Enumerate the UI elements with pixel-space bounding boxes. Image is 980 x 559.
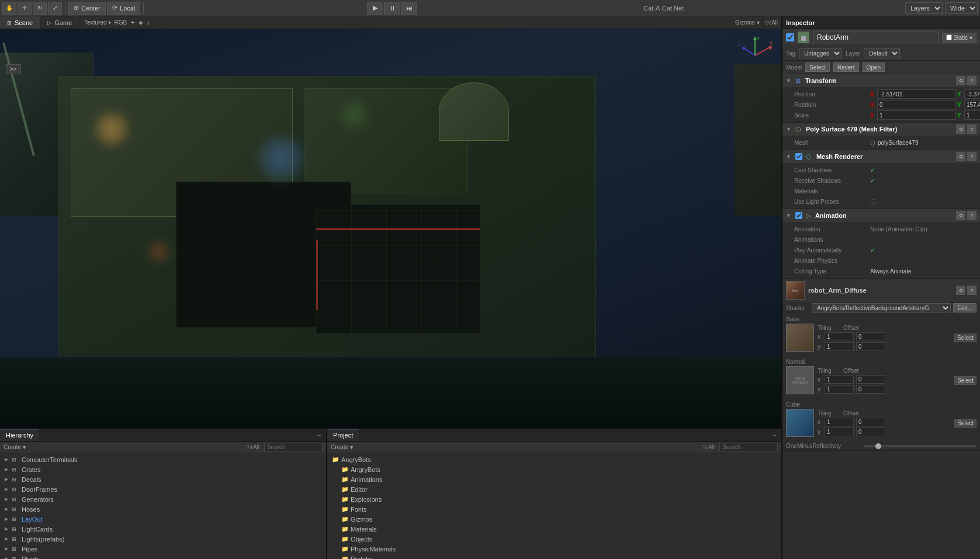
project-item-angrybots[interactable]: 📁AngryBots [327,464,781,474]
game-tab[interactable]: ▷ Game [40,16,79,29]
step-btn[interactable]: ⏭ [401,2,417,15]
space-btn[interactable]: ⟳ Local [107,2,140,15]
hierarchy-item-computerterminals[interactable]: ▶⊞ComputerTerminals [0,454,326,464]
scale-x-input[interactable] [877,110,956,120]
tag-dropdown[interactable]: Untagged [799,48,842,58]
meshrenderer-settings-btn[interactable]: ⚙ [956,152,965,161]
normal-tiling-x[interactable] [825,375,854,384]
cube-select-btn[interactable]: Select [954,419,976,428]
material-help-btn[interactable]: ? [967,286,976,295]
layout-dropdown[interactable]: Wide [945,2,978,14]
shader-dropdown[interactable]: AngryBots/ReflectiveBackgroundArbitraryG [812,303,951,313]
scene-tab[interactable]: ⊞ Scene [0,16,40,29]
object-enabled-check[interactable] [786,33,794,41]
material-settings-btn[interactable]: ⚙ [956,286,965,295]
transform-header[interactable]: ▼ ⊞ Transform ⚙ ? [782,74,980,87]
model-revert-btn[interactable]: Revert [833,63,858,72]
gizmos-btn[interactable]: Gizmos ▾ [735,19,760,26]
scale-y-input[interactable] [964,110,980,120]
project-item-objects[interactable]: 📁Objects [327,534,781,544]
project-search[interactable] [719,443,778,452]
meshfilter-help-btn[interactable]: ? [967,124,976,134]
hierarchy-item-plants[interactable]: ▶⊞Plants [0,554,326,559]
base-tiling-y[interactable] [825,342,854,351]
cube-offset-y[interactable] [856,428,885,436]
base-offset-y[interactable] [856,342,885,351]
project-item-explosions[interactable]: 📁Explosions [327,494,781,504]
audio-icon[interactable]: ♪ [147,19,150,26]
hierarchy-item-generators[interactable]: ▶⊞Generators [0,494,326,504]
project-item-angrybots[interactable]: 📁AngryBots [327,454,781,464]
project-close-btn[interactable]: − [770,430,779,440]
orall-btn[interactable]: ☉rAll [764,19,778,26]
move-tool-btn[interactable]: ✛ [18,2,32,15]
rgb-btn[interactable]: RGB [115,19,127,26]
pause-btn[interactable]: ⏸ [384,2,400,15]
layer-dropdown[interactable]: Default [864,48,900,58]
project-item-animations[interactable]: 📁Animations [327,474,781,484]
transform-help-btn[interactable]: ? [967,76,976,85]
normal-select-btn[interactable]: Select [954,376,976,385]
animation-header[interactable]: ▼ ▷ Animation ⚙ ? [782,209,980,222]
meshrenderer-help-btn[interactable]: ? [967,152,976,161]
project-item-gizmos[interactable]: 📁Gizmos [327,514,781,524]
project-item-materials[interactable]: 📁Materials [327,524,781,534]
expand-scene-btn[interactable]: >> [6,64,21,74]
play-btn[interactable]: ▶ [367,2,383,15]
project-gr-all[interactable]: ☉rAll [701,444,715,450]
scale-tool-btn[interactable]: ⤢ [48,2,62,15]
cube-offset-x[interactable] [856,418,885,426]
normal-offset-y[interactable] [856,385,885,394]
cube-tiling-y[interactable] [825,428,854,436]
project-item-fonts[interactable]: 📁Fonts [327,504,781,514]
model-select-btn[interactable]: Select [805,63,830,72]
hand-tool-btn[interactable]: ✋ [2,2,16,15]
reflectivity-slider[interactable] [864,445,976,447]
static-checkbox[interactable] [946,34,952,40]
hierarchy-close-btn[interactable]: − [314,430,324,440]
project-tab[interactable]: Project [327,429,359,441]
base-tiling-x[interactable] [825,332,854,341]
rot-x-input[interactable] [877,100,956,109]
fx-icon[interactable]: ✦ [130,19,135,26]
hierarchy-item-layout[interactable]: ▶⊞LayOut [0,514,326,524]
hierarchy-item-hoses[interactable]: ▶⊞Hoses [0,504,326,514]
model-open-btn[interactable]: Open [863,63,885,72]
base-offset-x[interactable] [856,332,885,341]
shader-edit-btn[interactable]: Edit... [953,303,976,313]
transform-settings-btn[interactable]: ⚙ [956,76,965,85]
hierarchy-create-btn[interactable]: Create ▾ [4,444,26,450]
layers-dropdown[interactable]: Layers [905,2,943,14]
scene-icon2[interactable]: ◈ [138,19,143,26]
pos-x-input[interactable] [877,89,956,99]
animation-help-btn[interactable]: ? [967,211,976,220]
hierarchy-item-crates[interactable]: ▶⊞Crates [0,464,326,474]
animation-enabled-check[interactable] [795,212,802,219]
hierarchy-tab[interactable]: Hierarchy [0,429,39,441]
hierarchy-item-doorframes[interactable]: ▶⊞DoorFrames [0,484,326,494]
static-label[interactable]: Static ▾ [942,33,976,43]
project-item-editor[interactable]: 📁Editor [327,484,781,494]
project-create-btn[interactable]: Create ▾ [331,444,353,450]
project-item-physicmaterials[interactable]: 📁PhysicMaterials [327,544,781,554]
animation-settings-btn[interactable]: ⚙ [956,211,965,220]
hierarchy-item-decals[interactable]: ▶⊞Decals [0,474,326,484]
meshfilter-header[interactable]: ▼ ⬡ Poly Surface 479 (Mesh Filter) ⚙ ? [782,123,980,136]
meshrenderer-enabled-check[interactable] [795,153,802,160]
hierarchy-gr-all[interactable]: ☉rAll [246,444,259,450]
rot-y-input[interactable] [964,100,980,109]
pos-y-input[interactable] [964,89,980,99]
object-name-input[interactable] [813,32,939,43]
normal-offset-x[interactable] [856,375,885,384]
hierarchy-search[interactable] [264,443,323,452]
cube-tiling-x[interactable] [825,418,854,426]
meshfilter-settings-btn[interactable]: ⚙ [956,124,965,134]
normal-tiling-y[interactable] [825,385,854,394]
base-select-btn[interactable]: Select [954,334,976,342]
project-item-prefabs[interactable]: 📁Prefabs [327,554,781,559]
textured-btn[interactable]: Textured ▾ [84,19,110,26]
meshrenderer-header[interactable]: ▼ ⬡ Mesh Renderer ⚙ ? [782,150,980,163]
rotate-tool-btn[interactable]: ↻ [33,2,47,15]
viewport[interactable]: Y X Z >> [0,29,781,428]
hierarchy-item-lightcards[interactable]: ▶⊞LightCards [0,524,326,534]
